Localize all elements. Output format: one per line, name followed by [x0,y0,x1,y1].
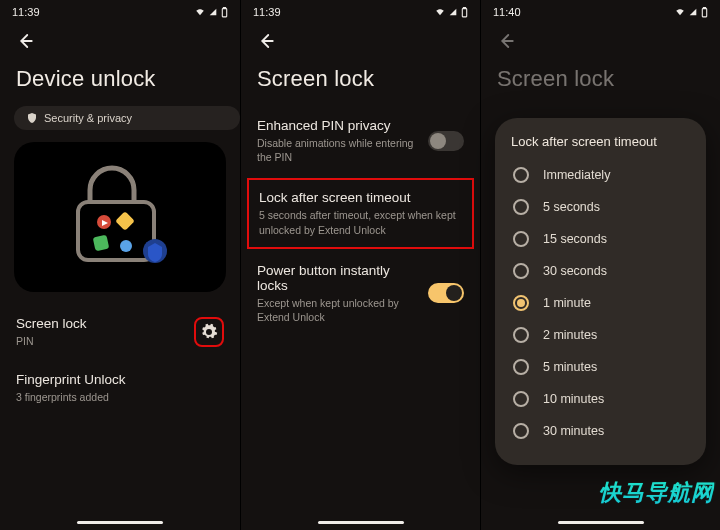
back-arrow-icon [16,32,34,50]
signal-icon [209,7,217,17]
option-label: 5 minutes [543,360,597,374]
row-lock-after-timeout[interactable]: Lock after screen timeout 5 seconds afte… [247,178,474,248]
svg-rect-0 [222,8,226,16]
radio-icon [513,327,529,343]
nav-handle[interactable] [318,521,404,524]
svg-rect-5 [93,235,110,252]
row-title: Screen lock [16,316,87,331]
svg-rect-2 [78,202,154,260]
row-title: Fingerprint Unlock [16,372,224,387]
status-time: 11:40 [493,6,521,18]
option-label: Immediately [543,168,610,182]
row-title: Enhanced PIN privacy [257,118,420,133]
battery-icon [461,7,468,18]
toggle-enhanced-pin[interactable] [428,131,464,151]
nav-handle[interactable] [77,521,163,524]
hero-illustration [14,142,226,292]
shield-icon [26,112,38,124]
battery-icon [701,7,708,18]
svg-rect-4 [115,211,135,231]
option-30-minutes[interactable]: 30 minutes [511,415,690,447]
status-time: 11:39 [253,6,281,18]
row-title: Power button instantly locks [257,263,420,293]
screen-lock-settings-button[interactable] [194,317,224,347]
row-enhanced-pin[interactable]: Enhanced PIN privacy Disable animations … [241,106,480,176]
option-label: 1 minute [543,296,591,310]
dialog-lock-after-timeout: Lock after screen timeout Immediately5 s… [495,118,706,465]
svg-rect-11 [703,7,705,8]
screen-screen-lock-settings: 11:39 Screen lock Enhanced PIN privacy D… [240,0,480,530]
option-label: 2 minutes [543,328,597,342]
status-icons [435,7,468,18]
svg-rect-8 [462,8,466,16]
radio-icon [513,231,529,247]
option-label: 30 seconds [543,264,607,278]
option-5-seconds[interactable]: 5 seconds [511,191,690,223]
option-10-minutes[interactable]: 10 minutes [511,383,690,415]
radio-icon [513,423,529,439]
row-subtitle: 5 seconds after timeout, except when kep… [259,208,462,236]
screen-device-unlock: 11:39 Device unlock Security & privacy [0,0,240,530]
radio-icon [513,295,529,311]
radio-icon [513,391,529,407]
option-label: 30 minutes [543,424,604,438]
radio-icon [513,263,529,279]
toggle-power-locks[interactable] [428,283,464,303]
gear-icon [200,323,218,341]
page-title: Screen lock [481,60,720,106]
status-bar: 11:40 [481,0,720,20]
option-30-seconds[interactable]: 30 seconds [511,255,690,287]
option-immediately[interactable]: Immediately [511,159,690,191]
radio-icon [513,199,529,215]
status-icons [675,7,708,18]
row-subtitle: Except when kept unlocked by Extend Unlo… [257,296,420,324]
row-fingerprint[interactable]: Fingerprint Unlock 3 fingerprints added [0,360,240,416]
back-arrow-icon [257,32,275,50]
page-title: Screen lock [241,60,480,106]
svg-rect-9 [463,7,465,8]
svg-point-6 [120,240,132,252]
radio-icon [513,167,529,183]
signal-icon [689,7,697,17]
lock-illustration-icon [40,152,200,282]
option-5-minutes[interactable]: 5 minutes [511,351,690,383]
option-label: 15 seconds [543,232,607,246]
option-2-minutes[interactable]: 2 minutes [511,319,690,351]
status-time: 11:39 [12,6,40,18]
option-label: 5 seconds [543,200,600,214]
back-button[interactable] [481,20,720,60]
svg-rect-10 [702,8,706,16]
page-title: Device unlock [0,60,240,106]
option-15-seconds[interactable]: 15 seconds [511,223,690,255]
option-label: 10 minutes [543,392,604,406]
nav-handle[interactable] [558,521,644,524]
breadcrumb-chip[interactable]: Security & privacy [14,106,240,130]
status-bar: 11:39 [241,0,480,20]
row-subtitle: Disable animations while entering the PI… [257,136,420,164]
dialog-title: Lock after screen timeout [511,134,690,149]
wifi-icon [195,7,205,17]
battery-icon [221,7,228,18]
row-screen-lock[interactable]: Screen lock PIN [0,304,240,360]
option-1-minute[interactable]: 1 minute [511,287,690,319]
row-subtitle: PIN [16,334,87,348]
svg-rect-1 [223,7,225,8]
back-button[interactable] [241,20,480,60]
row-power-button-locks[interactable]: Power button instantly locks Except when… [241,251,480,336]
wifi-icon [675,7,685,17]
row-subtitle: 3 fingerprints added [16,390,224,404]
back-arrow-icon [497,32,515,50]
status-icons [195,7,228,18]
radio-icon [513,359,529,375]
back-button[interactable] [0,20,240,60]
status-bar: 11:39 [0,0,240,20]
screen-lock-timeout-dialog: 11:40 Screen lock Lock after screen time… [480,0,720,530]
row-title: Lock after screen timeout [259,190,462,205]
watermark: 快马导航网 [599,478,714,508]
chip-label: Security & privacy [44,112,132,124]
signal-icon [449,7,457,17]
wifi-icon [435,7,445,17]
